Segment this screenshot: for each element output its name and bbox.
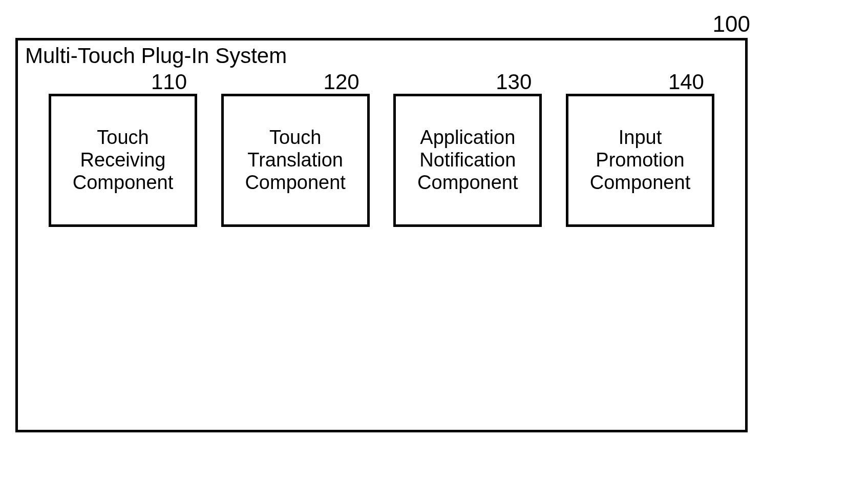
system-ref-number: 100 bbox=[713, 11, 750, 37]
component-ref-number: 130 bbox=[460, 71, 542, 96]
component-touch-translation: 120 TouchTranslationComponent bbox=[221, 71, 370, 227]
component-application-notification: 130 ApplicationNotificationComponent bbox=[393, 71, 542, 227]
component-label: InputPromotionComponent bbox=[566, 94, 714, 227]
component-label: ApplicationNotificationComponent bbox=[393, 94, 542, 227]
component-ref-number: 120 bbox=[288, 71, 370, 96]
component-ref-number: 110 bbox=[115, 71, 197, 96]
system-container: Multi-Touch Plug-In System 110 TouchRece… bbox=[15, 38, 748, 432]
component-touch-receiving: 110 TouchReceivingComponent bbox=[49, 71, 197, 227]
component-label: TouchTranslationComponent bbox=[221, 94, 370, 227]
components-row: 110 TouchReceivingComponent 120 TouchTra… bbox=[49, 71, 714, 227]
component-ref-number: 140 bbox=[632, 71, 714, 96]
component-label: TouchReceivingComponent bbox=[49, 94, 197, 227]
component-input-promotion: 140 InputPromotionComponent bbox=[566, 71, 714, 227]
system-title: Multi-Touch Plug-In System bbox=[25, 44, 287, 68]
